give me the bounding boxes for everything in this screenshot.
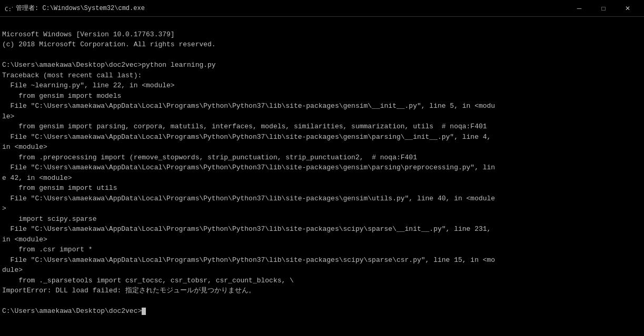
terminal-cursor xyxy=(142,308,146,315)
close-button[interactable]: ✕ xyxy=(616,0,640,17)
terminal-line: from ._sparsetools import csr_tocsc, csr… xyxy=(2,276,642,286)
maximize-button[interactable]: □ xyxy=(591,0,616,17)
svg-text:C:\: C:\ xyxy=(5,6,13,13)
terminal-line: from gensim import parsing, corpora, mat… xyxy=(2,121,642,132)
terminal-line: from gensim import utils xyxy=(2,183,642,194)
window-controls: ─ □ ✕ xyxy=(567,0,640,17)
terminal-line: dule> xyxy=(2,265,642,276)
terminal-line: ImportError: DLL load failed: 指定されたモジュール… xyxy=(2,286,642,296)
titlebar: C:\ 管理者: C:\Windows\System32\cmd.exe ─ □… xyxy=(0,0,644,17)
terminal-line: in <module> xyxy=(2,142,642,152)
terminal-line: C:\Users\amaekawa\Desktop\doc2vec>python… xyxy=(2,60,642,70)
terminal-line: Microsoft Windows [Version 10.0.17763.37… xyxy=(2,29,642,40)
terminal-line xyxy=(2,50,642,60)
terminal-line: > xyxy=(2,203,642,214)
terminal-output[interactable]: Microsoft Windows [Version 10.0.17763.37… xyxy=(0,17,644,336)
window-title: 管理者: C:\Windows\System32\cmd.exe xyxy=(16,4,567,13)
terminal-line: File "C:\Users\amaekawa\AppData\Local\Pr… xyxy=(2,255,642,266)
terminal-line: File "C:\Users\amaekawa\AppData\Local\Pr… xyxy=(2,194,642,204)
terminal-line: from .preprocessing import (remove_stopw… xyxy=(2,152,642,163)
terminal-line: (c) 2018 Microsoft Corporation. All righ… xyxy=(2,39,642,50)
terminal-line: File "C:\Users\amaekawa\AppData\Local\Pr… xyxy=(2,132,642,142)
terminal-line: File ~learning.py", line 22, in <module> xyxy=(2,80,642,91)
terminal-line: le> xyxy=(2,111,642,122)
terminal-line: C:\Users\amaekawa\Desktop\doc2vec> xyxy=(2,306,642,317)
terminal-line: File "C:\Users\amaekawa\AppData\Local\Pr… xyxy=(2,224,642,235)
terminal-line: e 42, in <module> xyxy=(2,173,642,184)
terminal-line xyxy=(2,296,642,307)
minimize-button[interactable]: ─ xyxy=(567,0,591,17)
terminal-line: Traceback (most recent call last): xyxy=(2,70,642,81)
cmd-icon: C:\ xyxy=(4,4,13,13)
terminal-line: import scipy.sparse xyxy=(2,214,642,225)
terminal-line: File "C:\Users\amaekawa\AppData\Local\Pr… xyxy=(2,101,642,111)
terminal-line: from .csr import * xyxy=(2,245,642,255)
terminal-line: from gensim import models xyxy=(2,91,642,101)
terminal-line: in <module> xyxy=(2,235,642,245)
terminal-line: File "C:\Users\amaekawa\AppData\Local\Pr… xyxy=(2,162,642,173)
